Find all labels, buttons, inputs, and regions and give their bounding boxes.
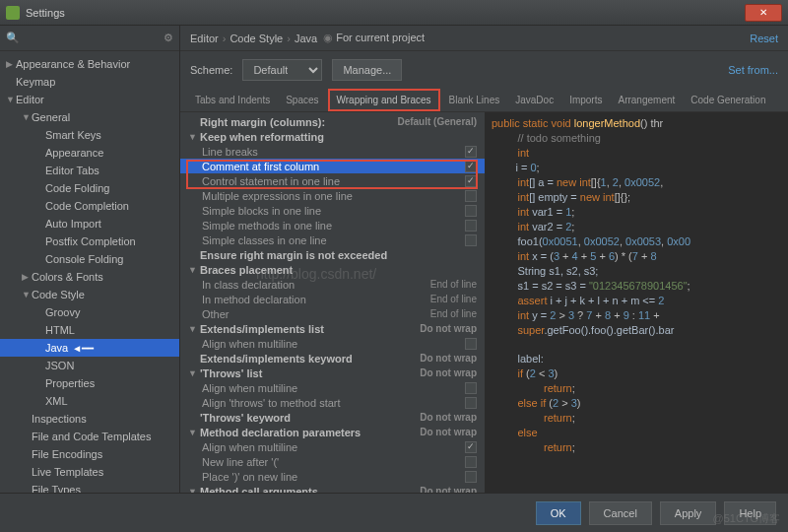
tab-wrapping-and-braces[interactable]: Wrapping and Braces [328, 89, 440, 111]
scheme-label: Scheme: [190, 64, 232, 76]
checkbox[interactable] [465, 220, 477, 232]
checkbox[interactable] [465, 190, 477, 202]
sidebar-item-general[interactable]: ▼General [0, 108, 179, 126]
tab-arrangement[interactable]: Arrangement [611, 91, 682, 109]
sidebar-item-code-completion[interactable]: Code Completion [0, 197, 179, 215]
opt-braces-placement[interactable]: ▼Braces placement [180, 262, 485, 277]
checkbox[interactable] [465, 456, 477, 468]
sidebar-item-keymap[interactable]: Keymap [0, 73, 179, 91]
close-button[interactable]: ✕ [745, 4, 782, 22]
sidebar-item-appearance-behavior[interactable]: ▶Appearance & Behavior [0, 55, 179, 73]
opt-method-declaration-parameters[interactable]: ▼Method declaration parametersDo not wra… [180, 425, 485, 439]
opt-method-call-arguments[interactable]: ▼Method call argumentsDo not wrap [180, 484, 485, 493]
cancel-button[interactable]: Cancel [589, 501, 652, 525]
checkbox[interactable] [465, 234, 477, 246]
sidebar-item-code-folding[interactable]: Code Folding [0, 179, 179, 197]
apply-button[interactable]: Apply [660, 501, 717, 525]
sidebar-item-properties[interactable]: Properties [0, 374, 179, 392]
opt-align-when-multiline[interactable]: Align when multiline [180, 336, 485, 351]
opt-align-throws-to-method-start[interactable]: Align 'throws' to method start [180, 395, 485, 410]
checkbox[interactable] [465, 161, 477, 172]
sidebar-item-html[interactable]: HTML [0, 321, 179, 339]
watermark2: @51CTO博客 [713, 511, 780, 526]
opt-in-class-declaration[interactable]: In class declarationEnd of line [180, 277, 485, 292]
opt--throws-keyword[interactable]: 'Throws' keywordDo not wrap [180, 410, 485, 425]
crumb-0[interactable]: Editor [190, 33, 219, 44]
opt--throws-list[interactable]: ▼'Throws' listDo not wrap [180, 366, 485, 380]
code-preview: public static void longerMethod() thr //… [486, 112, 788, 493]
gear-icon[interactable]: ⚙ [164, 32, 173, 44]
sidebar-item-auto-import[interactable]: Auto Import [0, 215, 179, 233]
ok-button[interactable]: OK [536, 501, 581, 525]
opt-line-breaks[interactable]: Line breaks [180, 144, 485, 159]
scope-label: ◉ For current project [323, 32, 425, 44]
checkbox[interactable] [465, 471, 477, 483]
opt-new-line-after-[interactable]: New line after '(' [180, 454, 485, 469]
tab-tabs-and-indents[interactable]: Tabs and Indents [188, 91, 277, 109]
opt-ensure-right-margin-is-not-exceeded[interactable]: Ensure right margin is not exceeded [180, 247, 485, 262]
sidebar-item-postfix-completion[interactable]: Postfix Completion [0, 233, 179, 250]
opt-simple-blocks-in-one-line[interactable]: Simple blocks in one line [180, 203, 485, 218]
opt-extends-implements-keyword[interactable]: Extends/implements keywordDo not wrap [180, 351, 485, 366]
reset-link[interactable]: Reset [750, 33, 778, 44]
manage-button[interactable]: Manage... [332, 59, 402, 81]
sidebar-item-file-and-code-templates[interactable]: File and Code Templates [0, 428, 179, 445]
opt-align-when-multiline[interactable]: Align when multiline [180, 439, 485, 454]
opt-place-on-new-line[interactable]: Place ')' on new line [180, 469, 485, 484]
checkbox[interactable] [465, 175, 477, 187]
sidebar-item-code-style[interactable]: ▼Code Style [0, 286, 179, 303]
opt-multiple-expressions-in-one-line[interactable]: Multiple expressions in one line [180, 188, 485, 203]
app-icon [6, 6, 20, 20]
sidebar-item-editor[interactable]: ▼Editor [0, 91, 179, 108]
opt-comment-at-first-column[interactable]: Comment at first column [180, 159, 485, 173]
tab-imports[interactable]: Imports [562, 91, 609, 109]
tab-code-generation[interactable]: Code Generation [684, 91, 772, 109]
opt-simple-methods-in-one-line[interactable]: Simple methods in one line [180, 218, 485, 233]
opt-keep-when-reformatting[interactable]: ▼Keep when reformatting [180, 129, 485, 144]
crumb-1[interactable]: Code Style [230, 33, 283, 44]
sidebar-item-appearance[interactable]: Appearance [0, 144, 179, 162]
set-from-link[interactable]: Set from... [728, 64, 778, 76]
opt-extends-implements-list[interactable]: ▼Extends/implements listDo not wrap [180, 321, 485, 336]
checkbox[interactable] [465, 441, 477, 453]
crumb-2[interactable]: Java [295, 33, 317, 44]
checkbox[interactable] [465, 338, 477, 350]
window-title: Settings [26, 7, 745, 19]
scheme-select[interactable]: Default [242, 59, 322, 81]
tab-blank-lines[interactable]: Blank Lines [442, 91, 507, 109]
opt-other[interactable]: OtherEnd of line [180, 306, 485, 321]
sidebar-item-json[interactable]: JSON [0, 357, 179, 374]
opt-simple-classes-in-one-line[interactable]: Simple classes in one line [180, 233, 485, 247]
checkbox[interactable] [465, 146, 477, 158]
opt-align-when-multiline[interactable]: Align when multiline [180, 380, 485, 395]
sidebar-item-file-encodings[interactable]: File Encodings [0, 445, 179, 463]
sidebar-item-colors-fonts[interactable]: ▶Colors & Fonts [0, 268, 179, 286]
sidebar-item-inspections[interactable]: Inspections [0, 410, 179, 428]
opt-control-statement-in-one-line[interactable]: Control statement in one line [180, 173, 485, 188]
search-icon: 🔍 [6, 32, 20, 44]
sidebar-item-live-templates[interactable]: Live Templates [0, 463, 179, 481]
sidebar-item-file-types[interactable]: File Types [0, 481, 179, 493]
sidebar-item-smart-keys[interactable]: Smart Keys [0, 126, 179, 144]
sidebar-item-xml[interactable]: XML [0, 392, 179, 410]
checkbox[interactable] [465, 397, 477, 409]
checkbox[interactable] [465, 205, 477, 217]
opt-in-method-declaration[interactable]: In method declarationEnd of line [180, 292, 485, 306]
sidebar-item-groovy[interactable]: Groovy [0, 303, 179, 321]
sidebar-item-java[interactable]: Java◄━━ [0, 339, 179, 357]
opt-right-margin-columns-[interactable]: Right margin (columns):Default (General) [180, 114, 485, 129]
tab-javadoc[interactable]: JavaDoc [508, 91, 560, 109]
tab-spaces[interactable]: Spaces [279, 91, 325, 109]
sidebar-item-editor-tabs[interactable]: Editor Tabs [0, 162, 179, 179]
checkbox[interactable] [465, 382, 477, 394]
sidebar-item-console-folding[interactable]: Console Folding [0, 250, 179, 268]
